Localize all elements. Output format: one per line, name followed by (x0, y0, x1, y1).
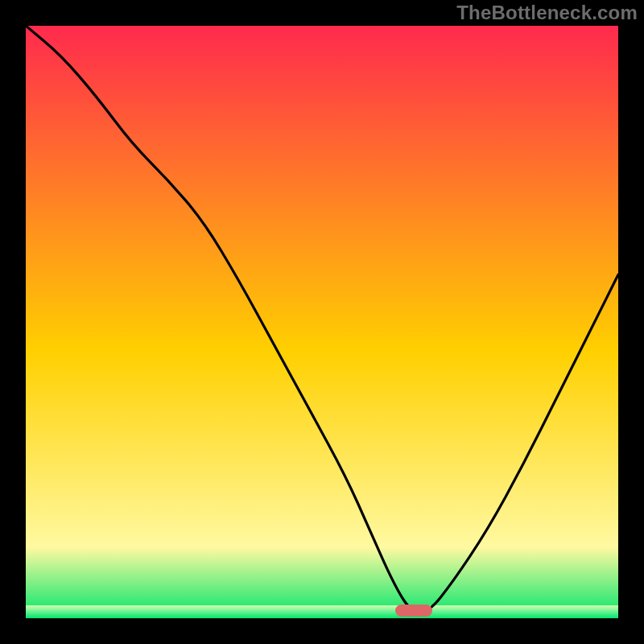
chart-frame: TheBottleneck.com (0, 0, 644, 644)
gradient-background (26, 26, 618, 618)
plot-area (26, 26, 618, 618)
optimal-range-marker (395, 605, 432, 617)
green-baseline-strip (26, 605, 618, 618)
watermark-text: TheBottleneck.com (456, 2, 638, 24)
plot-svg (26, 26, 618, 618)
